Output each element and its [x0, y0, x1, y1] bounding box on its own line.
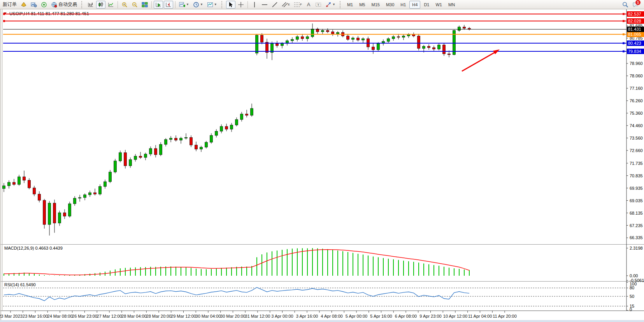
auto-trading-button[interactable]: 自动交易: [49, 1, 79, 9]
zoom-in-button[interactable]: [120, 1, 129, 9]
fibonacci-tool-letter: F: [300, 3, 302, 6]
horizontal-line-tool-button[interactable]: [260, 1, 269, 9]
line-handle[interactable]: [623, 42, 625, 44]
date-label: 11 Apr 20:00: [493, 314, 517, 318]
candle-body: [301, 37, 304, 38]
auto-trading-label: 自动交易: [58, 1, 77, 8]
line-handle[interactable]: [623, 20, 625, 22]
auto-scroll-icon: [155, 2, 161, 8]
vertical-line-icon: [251, 2, 258, 8]
candle-body: [109, 172, 112, 182]
candle-body: [281, 44, 284, 46]
candle-body: [129, 159, 132, 166]
candle-body: [246, 114, 248, 116]
new-order-button[interactable]: 新订单: [1, 1, 18, 9]
crosshair-icon: [238, 2, 244, 8]
candlestick-chart-icon: [98, 2, 104, 8]
timeframe-button-h1[interactable]: H1: [398, 1, 409, 9]
zoom-in-icon: [121, 2, 128, 8]
arrow-annotation-head[interactable]: [493, 49, 500, 54]
arrow-annotation-shaft[interactable]: [462, 52, 495, 71]
candle-body: [296, 37, 299, 39]
publish-chart-icon: [31, 2, 37, 8]
chart-canvas[interactable]: 81.68580.78578.96078.06077.16076.26075.3…: [0, 9, 644, 322]
profile-button[interactable]: [19, 1, 28, 9]
indicators-button[interactable]: ▼: [177, 1, 191, 9]
trendline-tool-button[interactable]: [270, 1, 279, 9]
timeframe-button-mn[interactable]: MN: [446, 1, 458, 9]
line-handle[interactable]: [623, 51, 625, 52]
text-tool-button[interactable]: A: [304, 1, 313, 9]
timeframe-button-w1[interactable]: W1: [433, 1, 445, 9]
candle-body: [448, 54, 451, 55]
timeframe-button-m15[interactable]: M15: [369, 1, 382, 9]
candle-body: [433, 48, 435, 49]
timeframe-button-h4[interactable]: H4: [409, 1, 420, 9]
label-tool-button[interactable]: T: [314, 1, 323, 9]
horizontal-line-icon: [261, 2, 268, 8]
cursor-tool-button[interactable]: [226, 1, 235, 9]
candle-body: [68, 204, 71, 216]
price-tick-label: 69.935: [630, 186, 643, 191]
bar-chart-button[interactable]: [86, 1, 95, 9]
candlestick-chart-button[interactable]: [96, 1, 105, 9]
timeframe-button-d1[interactable]: D1: [421, 1, 432, 9]
notification-badge: 1: [635, 0, 641, 5]
candle-body: [240, 114, 243, 119]
line-handle[interactable]: [3, 20, 5, 22]
text-label-icon: T: [315, 2, 321, 8]
candle-body: [114, 161, 117, 172]
candle-body: [175, 138, 177, 140]
chevron-down-icon: ▼: [214, 3, 217, 6]
crosshair-tool-button[interactable]: [236, 1, 246, 9]
vertical-line-tool-button[interactable]: [250, 1, 259, 9]
line-handle[interactable]: [623, 33, 625, 35]
date-label: 5 Apr 00:00: [346, 314, 367, 318]
date-label: 23 Mar 2023: [0, 314, 23, 318]
search-button[interactable]: [621, 1, 630, 9]
candle-body: [438, 45, 440, 49]
date-label: 28 Mar 20:00: [146, 314, 172, 318]
date-label: 29 Mar 12:00: [171, 314, 196, 318]
candle-body: [392, 37, 395, 38]
fibonacci-tool-button[interactable]: F: [292, 1, 304, 9]
notifications-button[interactable]: 1: [631, 1, 640, 9]
candle-body: [377, 44, 380, 50]
price-label-text: 82.028: [628, 19, 641, 23]
candle-body: [362, 38, 365, 40]
channel-tool-button[interactable]: E: [280, 1, 291, 9]
fibonacci-icon: [294, 2, 300, 8]
chart-area[interactable]: 81.68580.78578.96078.06077.16076.26075.3…: [0, 9, 644, 322]
tile-windows-button[interactable]: [140, 1, 149, 9]
candle-body: [332, 32, 334, 34]
signals-button[interactable]: [39, 1, 49, 9]
price-label-text: 82.537: [628, 12, 641, 16]
rsi-line: [4, 287, 469, 301]
zoom-out-icon: [132, 2, 138, 8]
toolbar-separator: [81, 1, 84, 8]
price-tick-label: 75.360: [630, 111, 643, 116]
arrows-tool-button[interactable]: ▼: [324, 1, 337, 9]
templates-button[interactable]: ▼: [205, 1, 219, 9]
candle-body: [402, 36, 405, 37]
chart-shift-button[interactable]: [164, 1, 173, 9]
date-label: 10 Apr 12:00: [443, 314, 467, 318]
timeframe-button-m5[interactable]: M5: [356, 1, 368, 9]
main-toolbar: 新订单 自动交易 ▼ ▼: [0, 0, 644, 9]
periods-button[interactable]: ▼: [191, 1, 205, 9]
zoom-out-button[interactable]: [130, 1, 139, 9]
publish-button[interactable]: [29, 1, 39, 9]
candle-body: [180, 138, 182, 140]
candle-body: [134, 156, 137, 159]
price-tick-label: 69.035: [630, 198, 643, 203]
candle-body: [190, 137, 193, 145]
chevron-down-icon: ▼: [186, 3, 189, 6]
chevron-down-icon: ▼: [200, 3, 203, 6]
timeframe-button-m1[interactable]: M1: [344, 1, 356, 9]
timeframe-button-m30[interactable]: M30: [383, 1, 397, 9]
price-tick-label: 74.460: [630, 123, 643, 128]
toolbar-separator: [340, 1, 342, 8]
auto-scroll-button[interactable]: [154, 1, 163, 9]
line-chart-button[interactable]: [106, 1, 116, 9]
candle-body: [210, 135, 213, 142]
